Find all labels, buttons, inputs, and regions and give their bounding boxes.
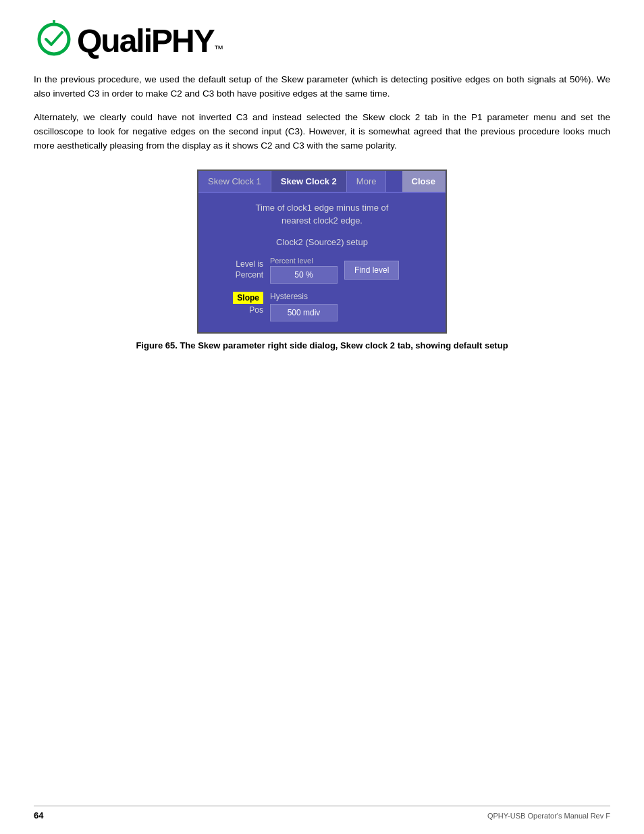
percent-header: Percent level (270, 257, 338, 265)
dialog-info: Time of clock1 edge minus time of neares… (209, 201, 435, 228)
slope-row: Slope Pos Hysteresis 500 mdiv (209, 292, 435, 321)
percent-value[interactable]: 50 % (270, 266, 338, 284)
page: QualiPHY ™ In the previous procedure, we… (0, 0, 644, 834)
slope-label-col: Slope Pos (209, 292, 263, 315)
slope-highlight[interactable]: Slope (233, 292, 263, 304)
level-row: Level isPercent Percent level 50 % Find … (209, 257, 435, 284)
logo-tm: ™ (214, 43, 223, 54)
footer: 64 QPHY-USB Operator's Manual Rev F (34, 806, 610, 820)
footer-page-number: 64 (34, 810, 43, 820)
tab-bar: Skew Clock 1 Skew Clock 2 More Close (198, 171, 446, 193)
hysteresis-value[interactable]: 500 mdiv (270, 304, 338, 321)
tab-more[interactable]: More (347, 171, 387, 192)
dialog-section-title: Clock2 (Source2) setup (209, 237, 435, 247)
dialog-body: Time of clock1 edge minus time of neares… (198, 193, 446, 332)
info-line2: nearest clock2 edge. (209, 214, 435, 228)
footer-manual-title: QPHY-USB Operator's Manual Rev F (487, 812, 610, 820)
figure-caption: Figure 65. The Skew parameter right side… (34, 340, 610, 350)
logo-area: QualiPHY ™ (34, 20, 610, 61)
slope-pos: Pos (249, 305, 263, 315)
info-line1: Time of clock1 edge minus time of (209, 201, 435, 215)
dialog-box: Skew Clock 1 Skew Clock 2 More Close Tim… (197, 170, 447, 334)
paragraph-2: Alternately, we clearly could have not i… (34, 111, 610, 153)
tab-skew-clock-1[interactable]: Skew Clock 1 (198, 171, 271, 192)
tab-skew-clock-2[interactable]: Skew Clock 2 (271, 171, 347, 192)
hysteresis-header: Hysteresis (270, 292, 338, 301)
svg-point-0 (39, 24, 69, 54)
logo-text: QualiPHY ™ (77, 22, 223, 59)
level-label: Level isPercent (209, 259, 263, 280)
qualiphy-logo-icon (34, 20, 74, 61)
percent-col: Percent level 50 % (270, 257, 338, 284)
slope-value-col: Hysteresis 500 mdiv (270, 292, 338, 321)
paragraph-1: In the previous procedure, we used the d… (34, 73, 610, 101)
tab-close[interactable]: Close (402, 171, 446, 192)
find-level-button[interactable]: Find level (344, 261, 399, 280)
dialog-wrapper: Skew Clock 1 Skew Clock 2 More Close Tim… (34, 170, 610, 334)
